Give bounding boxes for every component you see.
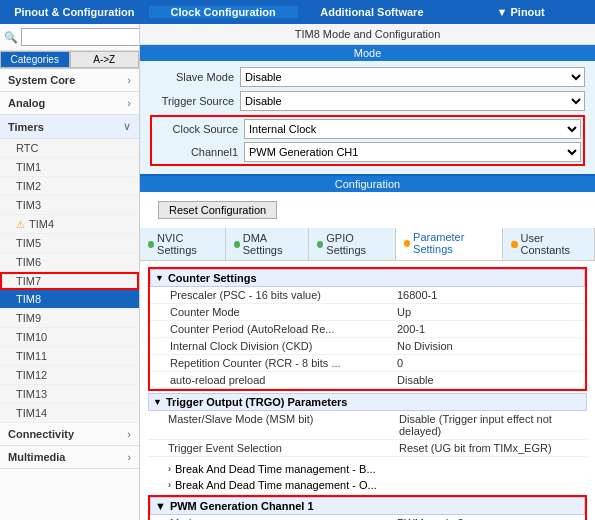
- reset-btn-container: Reset Configuration: [140, 192, 595, 228]
- sidebar-item-connectivity[interactable]: Connectivity ›: [0, 423, 139, 446]
- tab-dma[interactable]: DMA Settings: [226, 228, 310, 260]
- timer-tim14[interactable]: TIM14: [0, 404, 139, 423]
- main-area: 🔍 ⚙ Categories A->Z System Core › Analog…: [0, 24, 595, 520]
- break-b-section[interactable]: › Break And Dead Time management - B...: [148, 461, 587, 477]
- param-period: Counter Period (AutoReload Re... 200-1: [150, 321, 585, 338]
- right-panel: TIM8 Mode and Configuration Mode Slave M…: [140, 24, 595, 520]
- mode-body: Slave Mode Disable Trigger Source Disabl…: [140, 61, 595, 174]
- dma-dot: [234, 241, 240, 248]
- sidebar-tabs: Categories A->Z: [0, 51, 139, 69]
- trigger-source-row: Trigger Source Disable: [150, 91, 585, 111]
- timer-tim8[interactable]: TIM8: [0, 290, 139, 309]
- break-o-section[interactable]: › Break And Dead Time management - O...: [148, 477, 587, 493]
- chevron-down-icon: ▼: [155, 273, 164, 283]
- search-input[interactable]: [21, 28, 140, 46]
- timer-tim2[interactable]: TIM2: [0, 177, 139, 196]
- mode-header: Mode: [140, 45, 595, 61]
- chevron-right-icon: ›: [168, 464, 171, 474]
- param-counter-mode: Counter Mode Up: [150, 304, 585, 321]
- tab-nvic[interactable]: NVIC Settings: [140, 228, 226, 260]
- warning-icon: ⚠: [16, 219, 25, 230]
- tab-user-constants[interactable]: User Constants: [503, 228, 595, 260]
- chevron-right-icon: ›: [168, 480, 171, 490]
- tab-gpio[interactable]: GPIO Settings: [309, 228, 396, 260]
- param-pwm-mode: Mode PWM mode 2: [150, 515, 585, 520]
- chevron-right-icon: ›: [127, 74, 131, 86]
- param-rcr: Repetition Counter (RCR - 8 bits ... 0: [150, 355, 585, 372]
- slave-mode-row: Slave Mode Disable: [150, 67, 585, 87]
- reset-button[interactable]: Reset Configuration: [158, 201, 277, 219]
- param-prescaler: Prescaler (PSC - 16 bits value) 16800-1: [150, 287, 585, 304]
- sidebar-item-system-core[interactable]: System Core ›: [0, 69, 139, 92]
- config-tabs: NVIC Settings DMA Settings GPIO Settings…: [140, 228, 595, 261]
- timer-tim7[interactable]: TIM7: [0, 272, 139, 290]
- clock-source-field: Internal Clock: [244, 119, 581, 139]
- mode-section: Mode Slave Mode Disable Trigger Source D…: [140, 45, 595, 176]
- chevron-down-icon: ▼: [153, 397, 162, 407]
- topbar-clock[interactable]: Clock Configuration: [149, 6, 298, 18]
- timer-tim5[interactable]: TIM5: [0, 234, 139, 253]
- sidebar-items: System Core › Analog › Timers ∨ RTC TIM1…: [0, 69, 139, 520]
- topbar-pin[interactable]: ▼ Pinout: [446, 6, 595, 18]
- topbar-additional[interactable]: Additional Software: [298, 6, 447, 18]
- gpio-dot: [317, 241, 323, 248]
- timer-tim1[interactable]: TIM1: [0, 158, 139, 177]
- param-msm: Master/Slave Mode (MSM bit) Disable (Tri…: [148, 411, 587, 440]
- counter-settings-group: ▼ Counter Settings Prescaler (PSC - 16 b…: [148, 267, 587, 391]
- trigger-output-title[interactable]: ▼ Trigger Output (TRGO) Parameters: [148, 393, 587, 411]
- tab-parameter[interactable]: Parameter Settings: [396, 228, 503, 260]
- tab-az[interactable]: A->Z: [70, 51, 140, 68]
- timer-tim12[interactable]: TIM12: [0, 366, 139, 385]
- trigger-source-label: Trigger Source: [150, 95, 240, 107]
- chevron-down-icon: ▼: [155, 500, 166, 512]
- user-dot: [511, 241, 517, 248]
- channel1-row: Channel1 PWM Generation CH1: [154, 142, 581, 162]
- sidebar: 🔍 ⚙ Categories A->Z System Core › Analog…: [0, 24, 140, 520]
- timer-rtc[interactable]: RTC: [0, 139, 139, 158]
- chevron-right-icon: ›: [127, 428, 131, 440]
- counter-settings-title[interactable]: ▼ Counter Settings: [150, 269, 585, 287]
- clock-source-select[interactable]: Internal Clock: [244, 119, 581, 139]
- timer-tim3[interactable]: TIM3: [0, 196, 139, 215]
- nvic-dot: [148, 241, 154, 248]
- counter-params: Prescaler (PSC - 16 bits value) 16800-1 …: [150, 287, 585, 389]
- config-section: Configuration Reset Configuration NVIC S…: [140, 176, 595, 520]
- parameter-content: ▼ Counter Settings Prescaler (PSC - 16 b…: [140, 261, 595, 520]
- timer-tim4[interactable]: ⚠ TIM4: [0, 215, 139, 234]
- slave-mode-label: Slave Mode: [150, 71, 240, 83]
- topbar-arrow: ▼: [497, 6, 508, 18]
- timer-submenu: RTC TIM1 TIM2 TIM3 ⚠ TIM4 TIM5 TIM6 TIM7…: [0, 139, 139, 423]
- config-body: Reset Configuration NVIC Settings DMA Se…: [140, 192, 595, 520]
- param-trigger-event: Trigger Event Selection Reset (UG bit fr…: [148, 440, 587, 457]
- param-ckd: Internal Clock Division (CKD) No Divisio…: [150, 338, 585, 355]
- chevron-down-icon: ∨: [123, 120, 131, 133]
- chevron-right-icon: ›: [127, 451, 131, 463]
- timer-tim11[interactable]: TIM11: [0, 347, 139, 366]
- timer-tim10[interactable]: TIM10: [0, 328, 139, 347]
- trigger-source-field: Disable: [240, 91, 585, 111]
- search-bar: 🔍 ⚙: [0, 24, 139, 51]
- channel1-field: PWM Generation CH1: [244, 142, 581, 162]
- tab-categories[interactable]: Categories: [0, 51, 70, 68]
- pwm-header[interactable]: ▼ PWM Generation Channel 1: [150, 497, 585, 515]
- topbar-pinout[interactable]: Pinout & Configuration: [0, 6, 149, 18]
- channel1-select[interactable]: PWM Generation CH1: [244, 142, 581, 162]
- timer-tim9[interactable]: TIM9: [0, 309, 139, 328]
- slave-mode-select[interactable]: Disable: [240, 67, 585, 87]
- clock-source-label: Clock Source: [154, 123, 244, 135]
- sidebar-item-multimedia[interactable]: Multimedia ›: [0, 446, 139, 469]
- trigger-source-select[interactable]: Disable: [240, 91, 585, 111]
- timer-tim13[interactable]: TIM13: [0, 385, 139, 404]
- config-header: Configuration: [140, 176, 595, 192]
- param-autoreload: auto-reload preload Disable: [150, 372, 585, 389]
- sidebar-item-analog[interactable]: Analog ›: [0, 92, 139, 115]
- clock-source-row: Clock Source Internal Clock: [154, 119, 581, 139]
- channel1-label: Channel1: [154, 146, 244, 158]
- param-dot: [404, 240, 410, 247]
- highlighted-mode-rows: Clock Source Internal Clock Channel1 PWM…: [150, 115, 585, 166]
- search-icon: 🔍: [4, 31, 18, 44]
- sidebar-item-timers[interactable]: Timers ∨: [0, 115, 139, 139]
- trigger-output-group: ▼ Trigger Output (TRGO) Parameters Maste…: [148, 393, 587, 457]
- panel-title: TIM8 Mode and Configuration: [140, 24, 595, 45]
- timer-tim6[interactable]: TIM6: [0, 253, 139, 272]
